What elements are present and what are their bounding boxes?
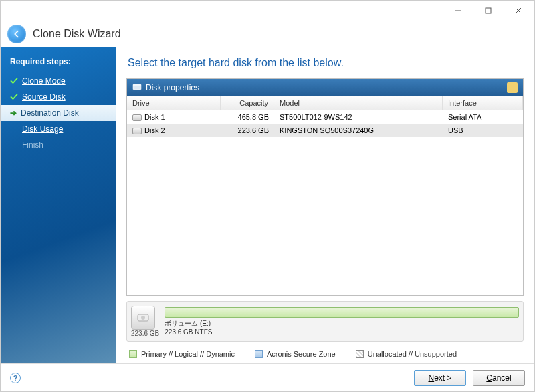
panel-title: Disk properties [146,83,199,92]
cell-drive: Disk 1 [144,113,165,121]
volume-detail: 223.6 GB NTFS [165,328,212,336]
cell-model: ST500LT012-9WS142 [274,112,443,122]
step-clone-mode[interactable]: Clone Mode [1,73,116,89]
titlebar [1,1,534,21]
col-drive[interactable]: Drive [127,96,221,110]
step-label: Clone Mode [22,76,66,86]
wizard-header: Clone Disk Wizard [1,21,534,47]
arrow-icon: ➔ [10,108,17,118]
partition-bar[interactable] [165,307,519,318]
wizard-title: Clone Disk Wizard [33,28,121,40]
close-button[interactable] [503,1,533,20]
help-button[interactable]: ? [10,373,21,383]
panel-options-button[interactable] [507,82,518,93]
col-model[interactable]: Model [274,96,443,110]
col-interface[interactable]: Interface [443,96,523,110]
cancel-button[interactable]: Cancel [473,370,525,386]
legend-secure: Acronis Secure Zone [267,350,336,358]
disk-icon [132,128,142,134]
table-row[interactable]: Disk 2 223.6 GB KINGSTON SQ500S37240G US… [127,124,523,137]
legend-unalloc-icon [356,350,364,358]
legend-primary-icon [129,350,137,358]
drive-thumb-icon [131,306,155,330]
cell-interface: USB [443,125,523,136]
partition-preview: 223.6 GB ボリューム (E:) 223.6 GB NTFS [126,301,524,342]
table-row[interactable]: Disk 1 465.8 GB ST500LT012-9WS142 Serial… [127,110,523,124]
step-destination-disk[interactable]: ➔ Destination Disk [1,105,116,121]
drive-size-label: 223.6 GB [131,330,159,337]
step-label: Disk Usage [22,124,63,134]
disk-icon [132,82,142,94]
step-label: Finish [22,140,43,150]
step-finish: Finish [1,137,116,153]
svg-point-7 [141,316,145,320]
volume-label: ボリューム (E:) [165,320,211,327]
legend: Primary // Logical // Dynamic Acronis Se… [116,345,534,363]
cell-interface: Serial ATA [443,112,523,122]
step-label: Source Disk [22,92,66,102]
cell-drive: Disk 2 [144,126,165,134]
step-source-disk[interactable]: Source Disk [1,89,116,105]
minimize-button[interactable] [443,1,473,20]
step-label: Destination Disk [21,108,79,118]
disk-icon [132,114,142,121]
sidebar: Required steps: Clone Mode Source Disk ➔… [1,47,116,363]
panel-header: Disk properties [127,79,523,96]
legend-primary: Primary // Logical // Dynamic [141,350,235,358]
col-capacity[interactable]: Capacity [221,96,274,110]
back-button[interactable] [7,25,26,43]
table-header: Drive Capacity Model Interface [127,96,523,110]
main-panel: Select the target hard disk from the lis… [116,47,534,363]
cell-model: KINGSTON SQ500S37240G [274,125,443,136]
cell-capacity: 223.6 GB [221,125,274,136]
disk-properties-panel: Disk properties Drive Capacity Model Int… [126,78,524,296]
page-title: Select the target hard disk from the lis… [116,47,534,78]
legend-unalloc: Unallocated // Unsupported [368,350,457,358]
maximize-button[interactable] [473,1,503,20]
next-button[interactable]: Next > [414,370,466,386]
disk-table: Drive Capacity Model Interface Disk 1 46… [127,96,523,295]
legend-secure-icon [255,350,263,358]
footer: ? Next > Cancel [1,363,534,391]
cell-capacity: 465.8 GB [221,112,274,122]
svg-rect-5 [133,84,141,86]
sidebar-heading: Required steps: [1,54,116,73]
step-disk-usage[interactable]: Disk Usage [1,121,116,137]
svg-rect-1 [486,8,491,13]
